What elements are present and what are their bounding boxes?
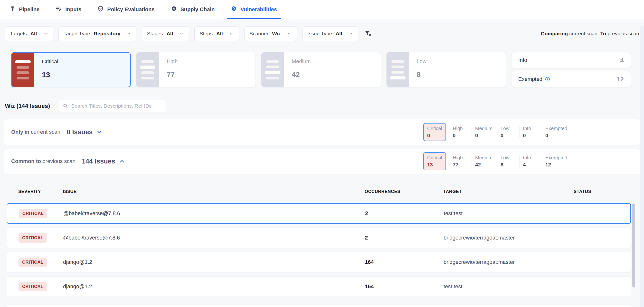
chevron-down-icon [348, 31, 353, 36]
target-cell: bridgecrewio/terragoat:master [444, 235, 574, 241]
tab-policy-evaluations[interactable]: Policy Evaluations [98, 0, 154, 19]
section-issues-toggle[interactable]: 0 Issues [67, 128, 103, 136]
occurrences-cell: 164 [365, 259, 444, 265]
comparison-status: Comparing current scan To previous scan [541, 31, 639, 36]
comparing-previous: previous scan [608, 31, 639, 36]
table-row[interactable]: CRITICAL django@1.2 164 test:test [7, 276, 631, 297]
severity-card-high[interactable]: High 77 [136, 52, 256, 87]
comparing-current: current scan [569, 31, 598, 36]
pill-label: High [453, 155, 467, 160]
tab-label: Pipeline [19, 6, 40, 13]
section-scope: Only in [11, 129, 30, 135]
tab-label: Policy Evaluations [107, 6, 154, 13]
table-row[interactable]: CRITICAL @babel/traverse@7.8.6 2 test:te… [7, 203, 631, 224]
pill-label: Medium [475, 155, 492, 160]
tab-supply-chain[interactable]: Supply Chain [171, 0, 215, 19]
card-count: 12 [617, 76, 624, 83]
occurrences-cell: 164 [365, 283, 444, 290]
filter-value: All [166, 31, 173, 36]
card-label: High [166, 58, 178, 64]
comparing-to: To [600, 31, 606, 36]
pill-label: Exempted [545, 126, 567, 131]
occurrences-cell: 2 [365, 235, 444, 241]
severity-card-low[interactable]: Low 8 [386, 52, 506, 87]
filter-scanner[interactable]: Scanner:Wiz [244, 26, 297, 41]
pill-count: 0 [453, 132, 467, 138]
filter-stages[interactable]: Stages:All [142, 26, 189, 41]
tab-label: Vulnerabilities [240, 6, 277, 13]
tab-pipeline[interactable]: Pipeline [10, 0, 40, 19]
pill-label: Exempted [545, 155, 567, 160]
pill-count: 0 [545, 132, 567, 138]
pill-count: 13 [427, 162, 442, 168]
pill-low[interactable]: Low 0 [497, 126, 520, 138]
table-scrollbar-thumb[interactable] [632, 204, 635, 288]
shield-search-icon [231, 6, 237, 14]
pill-high[interactable]: High 77 [450, 155, 472, 168]
pill-count: 12 [545, 162, 567, 168]
card-label: Exempted [518, 76, 550, 82]
filter-steps[interactable]: Steps:All [194, 26, 239, 41]
tab-label: Inputs [65, 6, 81, 13]
pill-info[interactable]: Info 0 [520, 126, 542, 138]
pill-label: Critical [427, 155, 442, 160]
severity-card-critical[interactable]: Critical 13 [11, 52, 131, 87]
severity-bars-icon [386, 52, 409, 87]
filter-label: Target Type: [64, 31, 92, 36]
search-box [59, 100, 166, 112]
section-scope: Common to [11, 158, 41, 164]
pill-exempted[interactable]: Exempted 0 [542, 126, 572, 138]
filter-value: Repository [94, 31, 120, 36]
pill-count: 77 [453, 162, 467, 168]
filter-issue-type[interactable]: Issue Type:All [302, 26, 358, 41]
pill-label: Info [523, 126, 537, 131]
card-count: 8 [417, 70, 426, 79]
scanner-row: Wiz (144 Issues) [5, 100, 644, 112]
pill-count: 0 [475, 132, 492, 138]
chevron-down-icon[interactable] [96, 129, 103, 136]
pill-critical[interactable]: Critical 0 [423, 123, 446, 141]
filters-row: Targets:All Target Type:Repository Stage… [5, 26, 639, 41]
pill-medium[interactable]: Medium 0 [472, 126, 497, 138]
pill-count: 42 [475, 162, 492, 168]
severity-card-exempted[interactable]: Exempted 12 [511, 71, 631, 87]
pill-exempted[interactable]: Exempted 12 [542, 155, 572, 168]
chevron-down-icon [43, 31, 48, 36]
severity-card-medium[interactable]: Medium 42 [261, 52, 381, 87]
shield-check-icon [98, 6, 104, 14]
pill-label: Medium [475, 126, 492, 131]
pill-critical[interactable]: Critical 13 [423, 152, 446, 170]
filter-target-type[interactable]: Target Type:Repository [58, 26, 137, 41]
section-issues-toggle[interactable]: 144 Issues [82, 158, 126, 165]
filter-targets[interactable]: Targets:All [5, 26, 53, 41]
card-label: Info [518, 57, 527, 63]
pill-count: 0 [523, 132, 537, 138]
card-count: 4 [620, 56, 624, 64]
shield-network-icon [171, 6, 177, 14]
pill-info[interactable]: Info 4 [520, 155, 542, 168]
tab-label: Supply Chain [180, 6, 215, 13]
severity-card-info[interactable]: Info 4 [511, 52, 631, 68]
clear-filters-icon[interactable] [364, 30, 372, 37]
table-row[interactable]: CRITICAL @babel/traverse@7.8.6 2 bridgec… [7, 228, 631, 248]
card-count: 77 [166, 70, 178, 79]
filter-label: Stages: [147, 31, 164, 36]
pill-label: Info [523, 155, 537, 160]
filter-value: All [336, 31, 342, 36]
chevron-down-icon [126, 31, 131, 36]
vulnerabilities-page: Pipeline Inputs Policy Evaluations Suppl… [0, 0, 644, 307]
pill-high[interactable]: High 0 [450, 126, 472, 138]
issue-cell: @babel/traverse@7.8.6 [63, 210, 365, 216]
tab-vulnerabilities[interactable]: Vulnerabilities [231, 0, 277, 19]
table-row[interactable]: CRITICAL django@1.2 164 bridgecrewio/ter… [7, 252, 631, 272]
issue-cell: django@1.2 [63, 283, 365, 290]
target-cell: bridgecrewio/terragoat:master [444, 259, 574, 265]
pill-medium[interactable]: Medium 42 [472, 155, 497, 168]
occurrences-cell: 2 [365, 210, 444, 216]
tab-inputs[interactable]: Inputs [56, 0, 81, 19]
chevron-up-icon[interactable] [118, 158, 126, 165]
pipeline-icon [10, 6, 16, 13]
issue-cell: django@1.2 [63, 259, 365, 265]
pill-low[interactable]: Low 8 [497, 155, 520, 168]
search-input[interactable] [71, 103, 162, 109]
